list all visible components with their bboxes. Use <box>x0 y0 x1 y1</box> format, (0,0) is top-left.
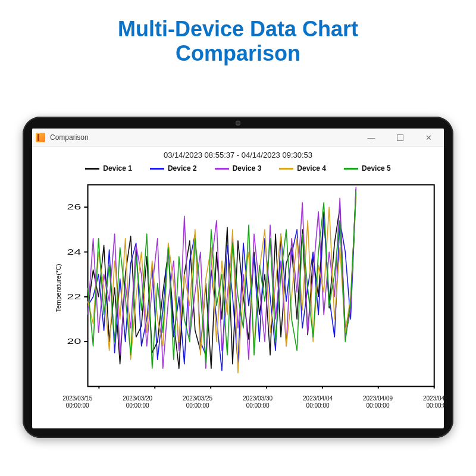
x-tick-label: 2023/03/2500:00:00 <box>183 395 212 409</box>
chart-legend: Device 1Device 2Device 3Device 4Device 5 <box>32 164 444 173</box>
headline-line2: Comparison <box>0 41 476 65</box>
x-axis-labels: 2023/03/1500:00:002023/03/2000:00:002023… <box>65 395 438 419</box>
svg-text:26: 26 <box>67 203 82 211</box>
legend-swatch-icon <box>215 168 229 170</box>
legend-label: Device 4 <box>297 164 326 173</box>
window-titlebar: Comparison — ✕ <box>32 129 444 147</box>
chart-area: 03/14/2023 08:55:37 - 04/14/2023 09:30:5… <box>32 147 444 428</box>
legend-item[interactable]: Device 2 <box>150 164 197 173</box>
app-icon <box>36 133 45 142</box>
svg-text:24: 24 <box>67 248 82 256</box>
maximize-icon <box>397 134 403 141</box>
legend-swatch-icon <box>279 168 293 170</box>
window-title: Comparison <box>50 133 89 142</box>
legend-label: Device 1 <box>103 164 132 173</box>
x-tick-label: 2023/04/1400:00:00 <box>423 395 444 409</box>
legend-item[interactable]: Device 3 <box>215 164 262 173</box>
x-tick-label: 2023/03/2000:00:00 <box>123 395 152 409</box>
x-tick-label: 2023/04/0400:00:00 <box>303 395 333 409</box>
svg-rect-0 <box>88 185 434 387</box>
window-maximize-button[interactable] <box>388 129 412 146</box>
x-tick-label: 2023/03/3000:00:00 <box>243 395 273 409</box>
legend-label: Device 3 <box>233 164 262 173</box>
legend-swatch-icon <box>150 168 164 170</box>
legend-item[interactable]: Device 4 <box>279 164 326 173</box>
legend-swatch-icon <box>344 168 358 170</box>
plot-container: 20222426 <box>65 183 438 393</box>
x-tick-label: 2023/04/0900:00:00 <box>363 395 393 409</box>
chart-subtitle: 03/14/2023 08:55:37 - 04/14/2023 09:30:5… <box>32 151 444 159</box>
svg-text:22: 22 <box>67 293 82 301</box>
x-tick-label: 2023/03/1500:00:00 <box>62 395 92 409</box>
tablet-camera-icon <box>236 121 240 126</box>
legend-item[interactable]: Device 1 <box>85 164 132 173</box>
window-minimize-button[interactable]: — <box>359 129 383 146</box>
legend-swatch-icon <box>85 168 99 170</box>
tablet-frame: Comparison — ✕ 03/14/2023 08:55:37 - 04/… <box>23 117 453 438</box>
legend-item[interactable]: Device 5 <box>344 164 391 173</box>
svg-text:20: 20 <box>67 337 82 346</box>
legend-label: Device 2 <box>168 164 197 173</box>
chart-plot[interactable]: 20222426 <box>65 183 438 393</box>
page-headline: Multi-Device Data Chart Comparison <box>0 0 476 66</box>
window-close-button[interactable]: ✕ <box>416 129 440 146</box>
legend-label: Device 5 <box>362 164 391 173</box>
app-window: Comparison — ✕ 03/14/2023 08:55:37 - 04/… <box>32 129 444 428</box>
page: Multi-Device Data Chart Comparison Compa… <box>0 0 476 476</box>
y-axis-label: Temperature(℃) <box>55 264 62 312</box>
headline-line1: Multi-Device Data Chart <box>0 17 476 41</box>
